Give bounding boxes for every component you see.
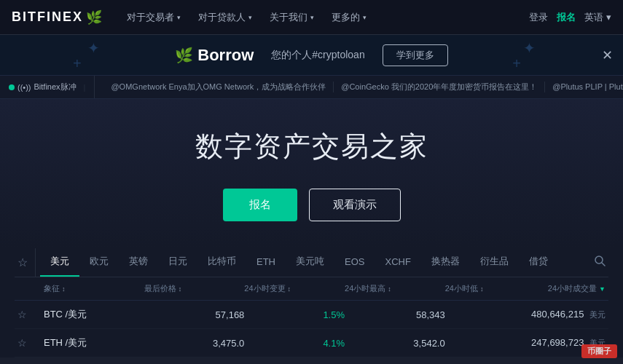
logo[interactable]: BITFINEX 🌿 [12, 9, 102, 25]
ticker-item: @OMGnetwork Enya加入OMG Network，成为战略合作伙伴 [103, 82, 334, 92]
th-low[interactable]: 24小时低 ↕ 24小时成交量 ▼ [445, 283, 606, 294]
hero-buttons: 报名 观看演示 [15, 189, 608, 221]
deco-plus-tr: ✦ [523, 39, 536, 57]
signup-button[interactable]: 报名 [557, 11, 576, 24]
th-price[interactable]: 最后价格 ↕ [144, 283, 245, 294]
tab-eos[interactable]: EOS [334, 249, 375, 276]
market-search-button[interactable] [591, 249, 608, 275]
sort-active-icon: ▼ [599, 285, 606, 293]
tab-exchange[interactable]: 换热器 [421, 248, 470, 277]
language-selector[interactable]: 英语 ▾ [584, 11, 611, 24]
news-ticker: ((•)) Bitfinex脉冲 | @OMGnetwork Enya加入OMG… [0, 76, 623, 99]
row-high-eth: 3,542.0 [345, 338, 445, 349]
row-price-eth: 3,475.0 [144, 338, 245, 349]
nav-more[interactable]: 更多的 ▾ [324, 7, 374, 28]
row-pair-btc[interactable]: BTC /美元 [44, 308, 144, 321]
chevron-down-icon: ▾ [363, 14, 367, 21]
tab-usdt[interactable]: 美元吨 [286, 248, 334, 277]
ticker-content: @OMGnetwork Enya加入OMG Network，成为战略合作伙伴 @… [95, 82, 623, 92]
deco-plus-tl: ✦ [87, 39, 100, 57]
close-icon[interactable]: ✕ [602, 47, 613, 63]
ticker-item: @CoinGecko 我们的2020年年度加密货币报告在这里！ [334, 82, 545, 92]
tab-eur[interactable]: 欧元 [79, 248, 119, 277]
tab-xchf[interactable]: XCHF [375, 249, 420, 276]
sort-icon: ↕ [179, 285, 182, 293]
pulse-dot-icon [9, 84, 15, 90]
row-star-btc[interactable]: ☆ [17, 309, 44, 320]
banner-brand: 🌿 Borrow [175, 46, 254, 65]
promo-banner: ✦ ✦ + + 🌿 Borrow 您的个人#cryptoloan 学到更多 ✕ [0, 35, 623, 76]
tab-lending[interactable]: 借贷 [519, 248, 558, 277]
hero-signup-button[interactable]: 报名 [223, 189, 297, 221]
nav-links: 对于交易者 ▾ 对于贷款人 ▾ 关于我们 ▾ 更多的 ▾ [119, 7, 529, 28]
table-row: ☆ BTC /美元 57,168 1.5% 58,343 480,646,215… [15, 301, 608, 329]
brand-leaf-icon: 🌿 [86, 9, 102, 25]
deco-plus-br: + [512, 55, 521, 72]
tab-jpy[interactable]: 日元 [158, 248, 197, 277]
sort-icon: ↕ [480, 285, 484, 293]
banner-cta-button[interactable]: 学到更多 [383, 44, 448, 66]
th-high[interactable]: 24小时最高 ↕ [345, 283, 445, 294]
row-vol-btc: 480,646,215 美元 [445, 309, 606, 320]
brand-name: BITFINEX [12, 9, 83, 25]
deco-plus-bl: + [73, 55, 82, 72]
nav-lenders[interactable]: 对于贷款人 ▾ [191, 7, 259, 28]
row-change-btc: 1.5% [244, 309, 345, 320]
watermark: 币圈子 [581, 344, 617, 358]
ticker-separator: | [84, 83, 86, 92]
borrow-leaf-icon: 🌿 [175, 47, 193, 64]
market-section: ☆ 美元 欧元 英镑 日元 比特币 ETH 美元吨 EOS XCHF 换热器 衍… [0, 248, 623, 357]
market-tabs: ☆ 美元 欧元 英镑 日元 比特币 ETH 美元吨 EOS XCHF 换热器 衍… [15, 248, 608, 277]
tab-derivatives[interactable]: 衍生品 [470, 248, 519, 277]
ticker-item: @Plutus PLIP | Pluton流动 [545, 82, 623, 92]
sort-icon: ↕ [62, 285, 66, 293]
row-star-eth[interactable]: ☆ [17, 337, 44, 349]
ticker-pulse: ((•)) Bitfinex脉冲 | [0, 76, 95, 98]
svg-line-1 [602, 263, 605, 266]
chevron-down-icon: ▾ [177, 14, 181, 21]
hero-title: 数字资产交易之家 [15, 128, 608, 165]
sort-icon: ↕ [388, 285, 391, 293]
ticker-pulse-label: ((•)) [17, 83, 31, 92]
nav-about[interactable]: 关于我们 ▾ [262, 7, 321, 28]
navbar: BITFINEX 🌿 对于交易者 ▾ 对于贷款人 ▾ 关于我们 ▾ 更多的 ▾ … [0, 0, 623, 35]
row-price-btc: 57,168 [144, 309, 245, 320]
row-high-btc: 58,343 [345, 309, 445, 320]
nav-traders[interactable]: 对于交易者 ▾ [119, 7, 188, 28]
th-star [17, 283, 44, 294]
th-symbol[interactable]: 象征 ↕ [44, 283, 144, 294]
banner-title: Borrow [197, 46, 254, 65]
market-table-header: 象征 ↕ 最后价格 ↕ 24小时变更 ↕ 24小时最高 ↕ 24小时低 ↕ 24… [15, 277, 608, 301]
th-volume-label[interactable]: 24小时成交量 [548, 283, 597, 294]
chevron-down-icon: ▾ [248, 14, 252, 21]
sort-icon: ↕ [288, 285, 291, 293]
chevron-down-icon: ▾ [606, 12, 611, 23]
tab-eth[interactable]: ETH [246, 249, 286, 276]
nav-right: 登录 报名 英语 ▾ [529, 11, 611, 24]
login-button[interactable]: 登录 [529, 11, 548, 24]
banner-subtitle: 您的个人#cryptoloan [271, 49, 364, 62]
row-pair-eth[interactable]: ETH /美元 [44, 336, 144, 349]
ticker-pulse-text: Bitfinex脉冲 [34, 82, 77, 92]
chevron-down-icon: ▾ [310, 14, 314, 21]
th-change[interactable]: 24小时变更 ↕ [244, 283, 345, 294]
favorites-tab[interactable]: ☆ [15, 248, 36, 277]
tab-usd[interactable]: 美元 [40, 248, 79, 277]
hero-section: 数字资产交易之家 报名 观看演示 [0, 99, 623, 248]
tab-btc[interactable]: 比特币 [197, 248, 246, 277]
tab-gbp[interactable]: 英镑 [119, 248, 158, 277]
row-change-eth: 4.1% [244, 338, 345, 349]
table-row: ☆ ETH /美元 3,475.0 4.1% 3,542.0 247,698,7… [15, 329, 608, 357]
hero-demo-button[interactable]: 观看演示 [309, 189, 401, 221]
